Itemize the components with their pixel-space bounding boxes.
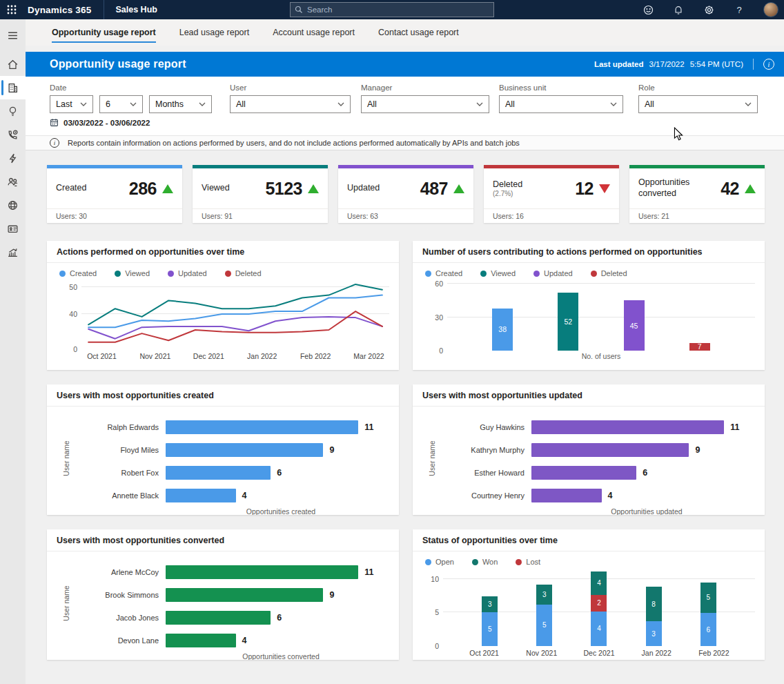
kpi-card-row: Created286Users: 30Viewed5123Users: 91Up… [47,165,765,223]
collapse-menu-icon[interactable] [0,23,26,47]
business-unit-dropdown[interactable]: All [499,95,623,113]
filter-group-role: RoleAll [638,84,758,113]
info-icon: i [50,138,59,148]
global-search[interactable] [290,2,494,17]
tab-lead-usage-report[interactable]: Lead usage report [179,19,249,46]
legend-dot [59,271,66,277]
sidebar-item-reports-building-icon[interactable] [0,76,26,99]
kpi-card-deleted[interactable]: Deleted(2.7%)12Users: 16 [484,165,619,223]
manager-dropdown[interactable]: All [361,95,489,113]
x-axis-title: Opportunities converted [173,652,389,660]
filter-group-business-unit: Business unitAll [499,84,623,113]
bar-plot: 030603852457 [447,282,755,351]
y-tick-label: 30 [424,313,443,322]
user-name-label: Jacob Jones [70,614,166,622]
kpi-users-count: Users: 21 [629,208,765,223]
date-range-text: 03/03/2022 - 03/06/2022 [63,119,150,127]
charts-grid: Actions performed on opportunities over … [47,241,765,684]
legend-item-updated: Updated [533,269,573,277]
kpi-card-opportunities-converted[interactable]: Opportunities converted42Users: 21 [629,165,765,223]
id-card-icon[interactable] [0,217,26,240]
hbar-row: Brook Simmons9 [70,583,389,606]
bar-track: 11 [166,420,389,434]
value-bar [531,489,602,502]
settings-gear-icon[interactable] [703,3,715,16]
date-last-dropdown[interactable]: Last [50,95,93,113]
tab-opportunity-usage-report[interactable]: Opportunity usage report [52,19,156,46]
bar-value-label: 11 [730,422,739,432]
feedback-smiley-icon[interactable] [642,3,654,16]
legend-dot [472,559,478,565]
value-bar [166,466,271,480]
segment-open: 5 [482,612,498,646]
hbar-wrap: User nameArlene McCoy11Brook Simmons9Jac… [57,556,389,660]
y-tick-label: 0 [420,642,439,650]
search-icon [295,6,303,14]
dashboard-content: Created286Users: 30Viewed5123Users: 91Up… [26,150,784,684]
kpi-card-created[interactable]: Created286Users: 30 [47,165,182,223]
segment-open: 4 [591,612,607,646]
kpi-card-viewed[interactable]: Viewed5123Users: 91 [193,165,328,223]
people-org-icon[interactable] [0,170,26,193]
legend-dot [115,271,121,277]
phone-activity-icon[interactable] [0,123,26,146]
segment-won: 3 [536,585,552,604]
legend-item-deleted: Deleted [591,269,627,277]
brand-title[interactable]: Dynamics 365 [23,5,104,15]
last-updated-time: 5:54 PM (UTC) [690,60,743,68]
home-icon[interactable] [0,52,26,76]
app-launcher-waffle-icon[interactable] [0,0,23,19]
legend-label: Deleted [235,269,262,277]
x-axis-title: Opportunities updated [538,507,755,515]
bar-track: 11 [531,420,755,434]
date-unit-dropdown[interactable]: Months [149,95,212,113]
legend-label: Lost [526,558,540,566]
user-name-label: Guy Hawkins [436,423,531,431]
value-bar [166,443,323,457]
stacked-bar-nov-2021: 35 [536,585,552,646]
kpi-label-wrap: Created [56,183,86,194]
kpi-label-wrap: Deleted(2.7%) [493,179,522,198]
user-dropdown[interactable]: All [230,95,351,113]
kpi-label: Updated [347,183,380,194]
lightbulb-icon[interactable] [0,99,26,123]
y-tick-label: 0 [58,345,77,353]
top-navbar: Dynamics 365 Sales Hub ? [0,0,784,19]
y-axis-title: User name [62,585,70,621]
dropdown-value: All [367,99,377,109]
legend-item-lost: Lost [516,558,540,566]
product-title[interactable]: Sales Hub [104,5,168,14]
legend-label: Viewed [491,269,516,277]
page-title: Opportunity usage report [50,58,186,70]
info-banner: i Reports contain information on actions… [26,136,784,150]
help-question-icon[interactable]: ? [733,3,745,16]
series-updated [88,317,382,339]
tab-contact-usage-report[interactable]: Contact usage report [378,19,459,46]
bar-value-label: 9 [329,590,334,600]
role-dropdown[interactable]: All [638,95,758,113]
tab-account-usage-report[interactable]: Account usage report [273,19,355,46]
legend-dot [516,559,522,565]
hbar-row: Courtney Henry4 [436,484,755,507]
search-input[interactable] [307,6,473,14]
dropdown-value: All [645,99,654,109]
analytics-chart-icon[interactable] [0,240,26,264]
report-info-icon[interactable]: i [763,59,774,70]
bar-value-label: 9 [695,445,700,455]
kpi-card-updated[interactable]: Updated487Users: 63 [338,165,473,223]
x-tick-label: Dec 2021 [193,352,224,360]
value-bar [166,489,236,502]
date-count-dropdown[interactable]: 6 [99,95,143,113]
user-avatar[interactable] [763,2,778,17]
user-name-label: Courtney Henry [436,491,531,500]
globe-time-icon[interactable] [0,193,26,217]
series-viewed [88,284,382,324]
bars-container: 3852457 [447,282,755,351]
value-bar [166,634,236,647]
stacked-bars-container: 35354248356 [443,570,755,646]
lightning-bolt-icon[interactable] [0,146,26,170]
kpi-value-wrap: 42 [721,179,756,199]
report-header: Opportunity usage report Last updated 3/… [26,52,784,77]
notifications-bell-icon[interactable] [672,3,685,16]
kpi-users-count: Users: 63 [338,208,473,223]
